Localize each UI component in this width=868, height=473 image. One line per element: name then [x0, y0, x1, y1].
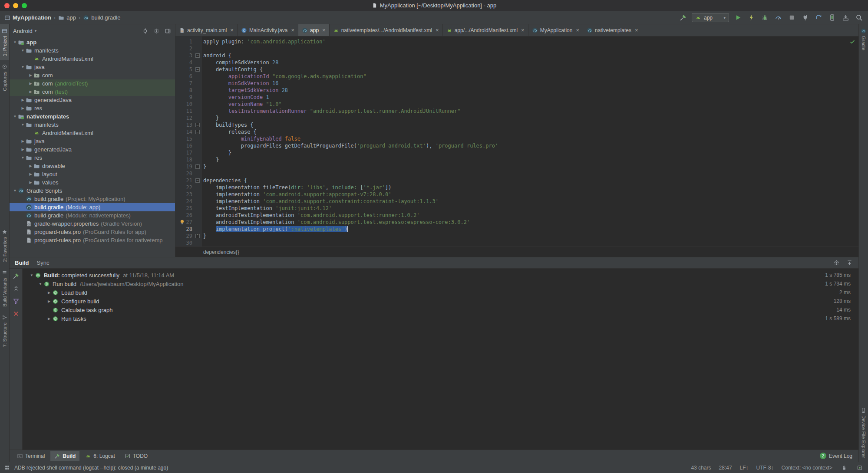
- tree-item[interactable]: ▶generatedJava: [10, 96, 175, 104]
- zoom-window-button[interactable]: [22, 3, 27, 8]
- code-editor[interactable]: 123−45−678910111213−14−1516171819ˆ2021−2…: [175, 36, 858, 246]
- collapse-all-icon[interactable]: [12, 285, 20, 292]
- editor-breadcrumb-item[interactable]: dependencies{}: [203, 249, 239, 255]
- tree-item[interactable]: ▼Gradle Scripts: [10, 187, 175, 195]
- chevron-down-icon[interactable]: ▼: [12, 189, 18, 193]
- inspections-status-icon[interactable]: [849, 39, 855, 45]
- rerun-hammer-icon[interactable]: [12, 272, 20, 280]
- collapse-icon[interactable]: [845, 259, 853, 267]
- close-tab-icon[interactable]: ×: [230, 27, 234, 33]
- chevron-right-icon[interactable]: ▶: [28, 73, 33, 77]
- status-item[interactable]: Context: <no context>: [782, 465, 832, 471]
- tree-item[interactable]: ▶res: [10, 104, 175, 112]
- build-output-row[interactable]: ▼Build: completed successfullyat 11/5/18…: [23, 271, 858, 279]
- settings-icon[interactable]: [152, 27, 160, 35]
- close-icon[interactable]: [12, 310, 20, 318]
- tool-strip-item-build-variants[interactable]: Build Variants: [0, 266, 9, 311]
- build-output-row[interactable]: Calculate task graph14 ms: [23, 305, 858, 314]
- chevron-right-icon[interactable]: ▶: [20, 106, 26, 110]
- close-tab-icon[interactable]: ×: [436, 27, 439, 33]
- tool-window-tab[interactable]: Terminal: [13, 451, 49, 461]
- minimize-window-button[interactable]: [13, 3, 18, 8]
- close-window-button[interactable]: [4, 3, 10, 8]
- settings-icon[interactable]: [832, 259, 840, 267]
- chevron-right-icon[interactable]: ▶: [20, 139, 26, 143]
- chevron-right-icon[interactable]: ▶: [28, 164, 33, 168]
- chevron-right-icon[interactable]: ▶: [46, 299, 52, 303]
- tree-item[interactable]: AndroidManifest.xml: [10, 55, 175, 63]
- tree-item[interactable]: ▶com(androidTest): [10, 79, 175, 88]
- tree-item[interactable]: build.gradle(Module: app): [10, 203, 175, 211]
- editor-tab[interactable]: app/.../AndroidManifest.xml×: [443, 24, 528, 36]
- apply-changes-icon[interactable]: [746, 13, 756, 23]
- sdk-manager-icon[interactable]: [841, 13, 850, 23]
- chevron-right-icon[interactable]: ▶: [28, 82, 33, 85]
- chevron-down-icon[interactable]: ▼: [20, 49, 26, 53]
- profiler-icon[interactable]: [773, 13, 783, 23]
- tree-item[interactable]: gradle-wrapper.properties(Gradle Version…: [10, 220, 175, 228]
- build-panel-tab[interactable]: Sync: [37, 259, 50, 266]
- event-log-button[interactable]: 2Event Log: [820, 453, 855, 459]
- sync-gradle-icon[interactable]: [814, 13, 823, 23]
- close-tab-icon[interactable]: ×: [521, 27, 525, 33]
- build-hammer-icon[interactable]: [678, 13, 688, 23]
- tree-item[interactable]: ▼manifests: [10, 46, 175, 55]
- status-item[interactable]: 43 chars: [691, 465, 711, 471]
- chevron-down-icon[interactable]: ▼: [29, 273, 35, 277]
- fold-collapse-icon[interactable]: −: [195, 53, 200, 58]
- tool-window-switcher-icon[interactable]: [4, 465, 10, 470]
- status-item[interactable]: LF↕: [740, 465, 749, 471]
- tree-item[interactable]: ▶generatedJava: [10, 145, 175, 154]
- lock-icon[interactable]: [840, 464, 848, 472]
- chevron-right-icon[interactable]: ▶: [28, 172, 33, 176]
- close-tab-icon[interactable]: ×: [635, 27, 638, 33]
- build-output-row[interactable]: ▼Run build/Users/jweisbaum/Desktop/MyApp…: [23, 279, 858, 288]
- fold-collapse-icon[interactable]: −: [195, 130, 200, 134]
- build-output-row[interactable]: ▶Run tasks1 s 589 ms: [23, 314, 858, 323]
- locate-icon[interactable]: [141, 27, 149, 35]
- run-configuration-select[interactable]: app▾: [692, 13, 729, 22]
- build-output-row[interactable]: ▶Configure build128 ms: [23, 297, 858, 305]
- project-view-selector[interactable]: Android ▾: [13, 28, 36, 34]
- chevron-right-icon[interactable]: ▶: [28, 181, 33, 184]
- debug-icon[interactable]: [760, 13, 769, 23]
- tree-item[interactable]: ▶values: [10, 178, 175, 187]
- tree-item[interactable]: ▶java: [10, 137, 175, 145]
- intention-bulb-icon[interactable]: [179, 219, 185, 225]
- chevron-right-icon[interactable]: ▶: [46, 291, 52, 295]
- tree-item[interactable]: ▼app: [10, 38, 175, 46]
- breadcrumb-item[interactable]: build.gradle: [83, 14, 120, 21]
- breadcrumb-item[interactable]: app: [58, 14, 76, 21]
- tool-strip-item-favorites[interactable]: 2: Favorites: [0, 225, 9, 266]
- filter-icon[interactable]: [12, 297, 20, 305]
- tool-strip-item-device-file-explorer[interactable]: Device File Explorer: [859, 404, 868, 462]
- tool-window-tab[interactable]: 6: Logcat: [81, 451, 119, 461]
- build-output-row[interactable]: ▶Load build2 ms: [23, 288, 858, 297]
- search-icon[interactable]: [854, 13, 864, 23]
- run-icon[interactable]: [733, 13, 743, 23]
- stop-icon[interactable]: [787, 13, 796, 23]
- close-tab-icon[interactable]: ×: [322, 27, 326, 33]
- build-panel-tab[interactable]: Build: [15, 259, 29, 266]
- editor-breadcrumbs[interactable]: dependencies{}: [175, 246, 858, 257]
- tree-item[interactable]: ▶layout: [10, 170, 175, 178]
- chevron-down-icon[interactable]: ▼: [20, 156, 26, 160]
- editor-tab[interactable]: activity_main.xml×: [175, 24, 238, 36]
- device-manager-icon[interactable]: [827, 13, 837, 23]
- code-area[interactable]: apply plugin: 'com.android.application'a…: [201, 36, 858, 246]
- chevron-down-icon[interactable]: ▼: [12, 115, 18, 118]
- editor-tab[interactable]: nativetemplates×: [583, 24, 642, 36]
- editor-tab[interactable]: app×: [298, 24, 330, 36]
- tree-item[interactable]: ▼java: [10, 63, 175, 71]
- hide-icon[interactable]: [164, 27, 172, 35]
- editor-tab[interactable]: nativetemplates/.../AndroidManifest.xml×: [330, 24, 443, 36]
- close-tab-icon[interactable]: ×: [576, 27, 579, 33]
- tree-item[interactable]: build.gradle(Project: MyApplication): [10, 195, 175, 203]
- tree-item[interactable]: ▶com: [10, 71, 175, 79]
- fold-end-icon[interactable]: ˆ: [195, 164, 200, 169]
- chevron-right-icon[interactable]: ▶: [46, 317, 52, 321]
- tree-item[interactable]: proguard-rules.pro(ProGuard Rules for ap…: [10, 228, 175, 236]
- chevron-right-icon[interactable]: ▶: [20, 98, 26, 102]
- chevron-right-icon[interactable]: ▶: [20, 148, 26, 151]
- tree-item[interactable]: proguard-rules.pro(ProGuard Rules for na…: [10, 236, 175, 244]
